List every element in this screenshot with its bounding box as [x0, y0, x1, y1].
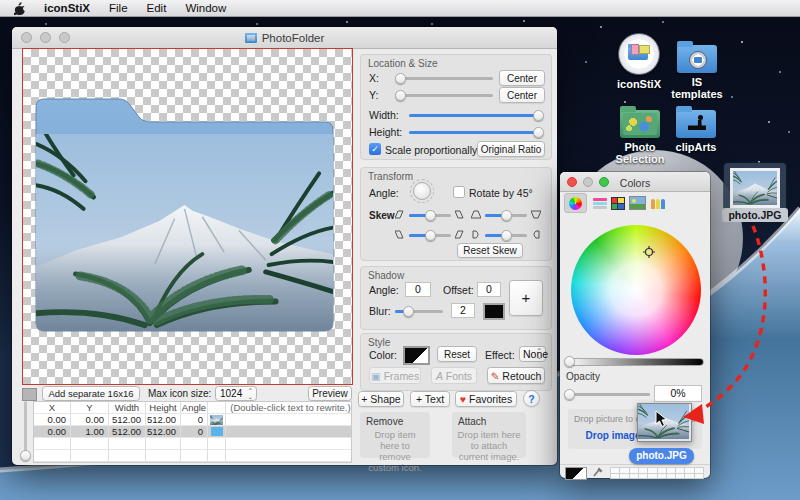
colors-panel: Colors Opacity 0% Drop picture to use as…	[560, 172, 710, 478]
table-row-empty[interactable]	[34, 450, 351, 462]
fonts-button[interactable]: A Fonts	[431, 367, 477, 384]
y-slider-knob[interactable]	[395, 90, 406, 101]
desktop-icon-photo-jpg[interactable]	[724, 163, 786, 213]
desktop-icon-label: photo.JPG	[722, 208, 788, 222]
y-label: Y:	[369, 89, 378, 101]
brightness-slider[interactable]	[566, 358, 704, 366]
max-icon-size-popup[interactable]: 1024⌃⌄	[215, 386, 257, 401]
current-color-swatch[interactable]	[565, 467, 587, 480]
sliders-icon	[593, 198, 607, 209]
color-wheel-tab[interactable]	[564, 193, 587, 213]
scale-proportionally-checkbox[interactable]: ✓	[369, 143, 381, 155]
remove-dropzone[interactable]: Remove Drop item here to remove custom i…	[360, 412, 430, 458]
group-title: Location & Size	[368, 58, 438, 69]
brightness-knob[interactable]	[564, 356, 575, 367]
rotate-45-checkbox[interactable]	[453, 186, 465, 198]
effect-value: None	[523, 348, 548, 360]
apple-icon[interactable]	[14, 2, 25, 15]
style-reset-button[interactable]: Reset	[437, 346, 477, 362]
desktop-icon-photo-selection[interactable]: Photo Selection	[612, 110, 668, 165]
add-shape-button[interactable]: + Shape	[358, 391, 404, 407]
transform-group: Transform Angle: Rotate by 45° Skew	[360, 167, 552, 261]
help-button[interactable]: ?	[523, 390, 540, 407]
favorites-label: Favorites	[469, 393, 512, 405]
iconstix-app-icon	[618, 33, 660, 75]
shadow-offset-label: Offset:	[443, 284, 474, 296]
menu-item-file[interactable]: File	[109, 2, 128, 14]
skew-h-top-knob[interactable]	[425, 210, 436, 221]
y-slider[interactable]	[397, 94, 493, 97]
menu-item-edit[interactable]: Edit	[147, 2, 167, 14]
opacity-knob[interactable]	[564, 389, 575, 400]
mini-swatch-well[interactable]	[22, 388, 37, 401]
skew-h-bottom-knob[interactable]	[425, 230, 436, 241]
color-wheel-crosshair[interactable]	[643, 246, 655, 258]
list-zoom-knob[interactable]	[20, 450, 31, 461]
shadow-blur-field[interactable]: 2	[451, 303, 475, 318]
center-x-button[interactable]: Center	[499, 70, 545, 86]
favorites-button[interactable]: ♥ Favorites	[455, 391, 517, 407]
table-row-empty[interactable]	[34, 438, 351, 450]
shadow-add-button[interactable]: +	[509, 280, 543, 316]
skew-v-bottom-knob[interactable]	[501, 230, 512, 241]
edit-canvas[interactable]	[22, 48, 353, 385]
skew-v-top-knob[interactable]	[501, 210, 512, 221]
height-slider[interactable]	[409, 131, 541, 134]
desktop-icon-is-templates[interactable]: IS templates	[669, 40, 725, 100]
folder-composition	[23, 49, 352, 384]
opacity-slider[interactable]	[566, 393, 650, 396]
group-title: Shadow	[368, 270, 404, 281]
remove-body: Drop item here to remove custom icon.	[364, 429, 426, 473]
shadow-blur-label: Blur:	[369, 305, 391, 317]
menu-item-app[interactable]: iconStiX	[44, 2, 90, 14]
colors-titlebar[interactable]: Colors	[560, 172, 710, 192]
desktop-icon-iconstix[interactable]: iconStiX	[613, 33, 665, 90]
shadow-offset-field[interactable]: 0	[477, 282, 501, 297]
height-label: Height:	[369, 126, 402, 138]
crayons-tab[interactable]	[646, 193, 669, 213]
location-size-group: Location & Size X: Center Y: Center Widt…	[360, 54, 552, 160]
eyedropper-icon[interactable]	[592, 466, 604, 478]
shadow-blur-knob[interactable]	[403, 306, 414, 317]
style-color-swatch[interactable]	[403, 346, 430, 365]
shadow-color-swatch[interactable]	[483, 303, 505, 320]
table-row[interactable]: 0.00 0.00 512.00 512.00 0	[34, 414, 351, 426]
col-x: X	[34, 402, 71, 414]
table-header-row: X Y Width Height Angle (Double-click tex…	[34, 402, 351, 414]
style-color-label: Color:	[369, 349, 397, 361]
table-row-selected[interactable]: 0.00 1.00 512.00 512.00 0	[34, 426, 351, 438]
add-text-button[interactable]: + Text	[410, 391, 450, 407]
desktop-icon-cliparts[interactable]: clipArts	[668, 110, 724, 153]
frames-button[interactable]: ▣ Frames	[369, 367, 421, 384]
shadow-angle-field[interactable]: 0	[405, 282, 431, 297]
add-separate-button[interactable]: Add separate 16x16	[42, 386, 140, 401]
x-slider[interactable]	[397, 77, 493, 80]
preview-button[interactable]: Preview	[308, 386, 352, 401]
width-slider-knob[interactable]	[533, 110, 544, 121]
swatch-grid[interactable]	[610, 467, 704, 479]
x-slider-knob[interactable]	[395, 73, 406, 84]
list-zoom-slider[interactable]	[24, 401, 27, 459]
height-slider-knob[interactable]	[533, 127, 544, 138]
angle-label: Angle:	[369, 187, 399, 199]
original-ratio-button[interactable]: Original Ratio	[477, 141, 545, 157]
photo-thumbnail	[730, 168, 780, 208]
remove-title: Remove	[366, 416, 403, 427]
retouch-button[interactable]: ✎ Retouch	[487, 367, 545, 384]
reset-skew-button[interactable]: Reset Skew	[457, 243, 523, 258]
x-label: X:	[369, 72, 379, 84]
skew-left2-icon	[395, 230, 405, 239]
menu-item-window[interactable]: Window	[185, 2, 226, 14]
attach-dropzone[interactable]: Attach Drop item here to attach current …	[452, 412, 526, 458]
opacity-field[interactable]: 0%	[654, 385, 702, 402]
angle-dial[interactable]	[413, 182, 431, 200]
main-window-titlebar[interactable]: PhotoFolder	[12, 27, 557, 49]
color-wheel[interactable]	[571, 225, 701, 355]
max-icon-size-value: 1024	[220, 388, 242, 399]
desktop-icon-label: IS templates	[669, 76, 725, 100]
width-slider[interactable]	[409, 114, 541, 117]
center-y-button[interactable]: Center	[499, 87, 545, 103]
effect-popup[interactable]: None⌃⌄	[519, 346, 546, 362]
layers-table[interactable]: X Y Width Height Angle (Double-click tex…	[33, 401, 352, 463]
folder-icon	[620, 110, 660, 138]
